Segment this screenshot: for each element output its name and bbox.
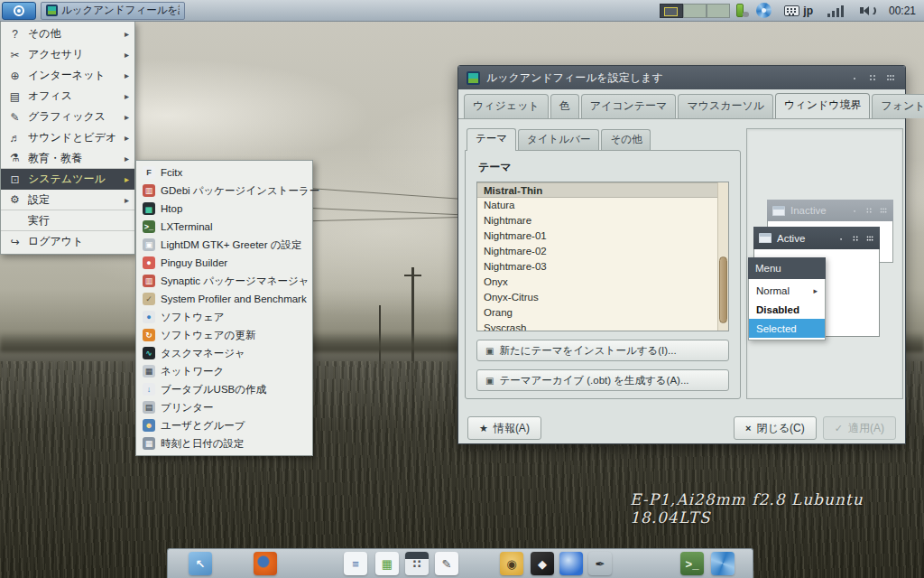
dock-icon[interactable]: >_ — [680, 552, 704, 575]
submenu-item[interactable]: ↻ ソフトウェアの更新 — [136, 326, 312, 344]
create-archive-button[interactable]: ▣ テーマアーカイブ (.obt) を生成する(A)... — [476, 369, 729, 391]
scrollbar-thumb[interactable] — [719, 256, 727, 323]
theme-list-item[interactable]: Onyx-Citrus — [477, 290, 728, 305]
submenu-item[interactable]: ▥ Synaptic パッケージマネージャ — [136, 272, 312, 290]
theme-list-item[interactable]: Nightmare-01 — [477, 228, 728, 244]
workspace-2[interactable] — [683, 4, 707, 18]
dialog-tab[interactable]: ウィジェット — [464, 94, 549, 118]
menu-item[interactable]: ↪ ログアウト — [1, 231, 134, 252]
package-icon: ▣ — [485, 376, 494, 386]
inner-tab-label: テーマ — [476, 133, 507, 144]
dock-icon[interactable]: ◉ — [500, 552, 523, 575]
menu-item[interactable]: ▤ オフィス ▸ — [1, 86, 134, 107]
menu-item[interactable]: ✎ グラフィックス ▸ — [1, 107, 134, 127]
dock-icon[interactable]: ▦ — [375, 552, 399, 575]
network-signal-icon[interactable] — [827, 5, 844, 17]
dock-icon[interactable] — [254, 552, 277, 575]
menu-item[interactable]: ♬ サウンドとビデオ ▸ — [1, 127, 134, 148]
theme-list-item[interactable]: Nightmare-02 — [477, 244, 728, 259]
dock-icon[interactable]: ↖ — [189, 552, 212, 575]
tab-label: 色 — [559, 99, 570, 112]
theme-section-label: テーマ — [478, 160, 729, 175]
input-method-label[interactable]: jp — [803, 5, 813, 17]
fcitx-tray-icon[interactable] — [756, 3, 772, 18]
dock-icon[interactable]: ✎ — [435, 552, 458, 575]
menu-item-icon: ♬ — [8, 132, 22, 144]
start-menu-button[interactable] — [2, 2, 36, 20]
submenu-item[interactable]: >_ LXTerminal — [136, 218, 312, 236]
submenu-item[interactable]: ∿ タスクマネージャ — [136, 344, 312, 362]
theme-list-item[interactable]: Nightmare-03 — [477, 259, 728, 275]
submenu-item[interactable]: ▤ プリンター — [136, 398, 312, 416]
dock-icon[interactable]: ≡ — [344, 552, 367, 575]
dock-icon[interactable]: ∷ — [405, 552, 429, 575]
submenu-item[interactable]: ☻ ユーザとグループ — [136, 416, 312, 434]
theme-list-item[interactable]: Natura — [477, 198, 728, 213]
menu-item[interactable]: ⊡ システムツール ▸ — [1, 169, 134, 190]
submenu-item[interactable]: ▅ Htop — [136, 200, 312, 218]
submenu-item[interactable]: F Fcitx — [136, 163, 312, 182]
inner-tab[interactable]: テーマ — [467, 128, 516, 151]
close-icon[interactable] — [887, 74, 895, 81]
theme-list-item[interactable]: Mistral-Thin — [477, 182, 728, 198]
close-icon — [881, 208, 888, 214]
dialog-tab[interactable]: アイコンテーマ — [581, 94, 677, 118]
apply-button[interactable]: ✓ 適用(A) — [823, 416, 896, 440]
theme-list-item[interactable]: Nightmare — [477, 213, 728, 228]
workspace-3[interactable] — [707, 4, 730, 18]
menu-item[interactable]: ? その他 ▸ — [1, 23, 134, 44]
menu-item-icon: ↪ — [8, 236, 22, 248]
inner-tab[interactable]: タイトルバー — [518, 129, 599, 150]
volume-icon[interactable] — [860, 5, 876, 16]
submenu-item[interactable]: ▥ GDebi パッケージインストーラー — [136, 182, 312, 200]
dock-icon[interactable] — [711, 552, 735, 575]
dock-icon[interactable]: ◆ — [531, 552, 554, 575]
close-button[interactable]: × 閉じる(C) — [734, 416, 817, 440]
submenu-item[interactable]: ✓ System Profiler and Benchmark — [136, 290, 312, 308]
menu-item[interactable]: ⚙ 設定 ▸ — [1, 190, 134, 210]
minimize-icon[interactable] — [851, 74, 859, 81]
battery-icon[interactable] — [736, 4, 744, 17]
taskbar-window-button[interactable]: ルックアンドフィールを設... — [41, 2, 185, 20]
submenu-item-label: プリンター — [161, 401, 214, 415]
submenu-item-icon: ● — [143, 256, 155, 269]
theme-list-scrollbar[interactable] — [717, 182, 728, 331]
menu-item[interactable]: ⚗ 教育・教養 ▸ — [1, 148, 134, 169]
clock[interactable]: 00:21 — [889, 5, 916, 17]
dock-icon[interactable] — [559, 552, 583, 575]
theme-list-item[interactable]: Syscrash — [477, 321, 728, 331]
menu-item[interactable]: ✂ アクセサリ ▸ — [1, 44, 134, 65]
taskbar-window-label: ルックアンドフィールを設... — [61, 4, 180, 17]
lubuntu-logo-icon — [14, 5, 24, 16]
submenu-item[interactable]: ● ソフトウェア — [136, 308, 312, 326]
inner-tab[interactable]: その他 — [601, 129, 651, 150]
dialog-titlebar[interactable]: ルックアンドフィールを設定します — [458, 66, 905, 89]
install-theme-button[interactable]: ▣ 新たにテーマをインストールする(I)... — [476, 340, 729, 361]
info-button[interactable]: ★ 情報(A) — [467, 416, 541, 440]
info-button-label: 情報(A) — [494, 421, 530, 436]
keyboard-layout-icon[interactable] — [784, 5, 799, 16]
dialog-tab[interactable]: ウィンドウ境界 — [775, 93, 870, 119]
dialog-tab[interactable]: マウスカーソル — [678, 94, 773, 118]
submenu-arrow-icon: ▸ — [813, 286, 818, 295]
maximize-icon[interactable] — [869, 74, 877, 81]
theme-list-item[interactable]: Onyx — [477, 275, 728, 290]
submenu-item-icon: ● — [143, 311, 155, 323]
active-window-title: Active — [777, 233, 832, 244]
minimize-icon — [838, 235, 845, 241]
submenu-item[interactable]: ↓ ブータブルUSBの作成 — [136, 380, 312, 398]
theme-list-item[interactable]: Orang — [477, 305, 728, 321]
menu-item[interactable]: 実行 — [1, 210, 134, 231]
submenu-item[interactable]: ▦ 時刻と日付の設定 — [136, 434, 312, 452]
submenu-item-label: ネットワーク — [161, 365, 224, 378]
submenu-item[interactable]: ▣ LightDM GTK+ Greeter の設定 — [136, 236, 312, 254]
dialog-tab[interactable]: フォント — [872, 94, 924, 118]
submenu-item[interactable]: ● Pinguy Builder — [136, 254, 312, 272]
dialog-tab[interactable]: 色 — [550, 94, 579, 118]
window-icon — [759, 233, 772, 243]
workspace-1[interactable] — [660, 4, 683, 18]
submenu-item[interactable]: ▦ ネットワーク — [136, 362, 312, 380]
workspace-pager[interactable] — [660, 4, 730, 18]
menu-item[interactable]: ⊕ インターネット ▸ — [1, 65, 134, 86]
dock-icon[interactable]: ✒ — [588, 552, 612, 575]
